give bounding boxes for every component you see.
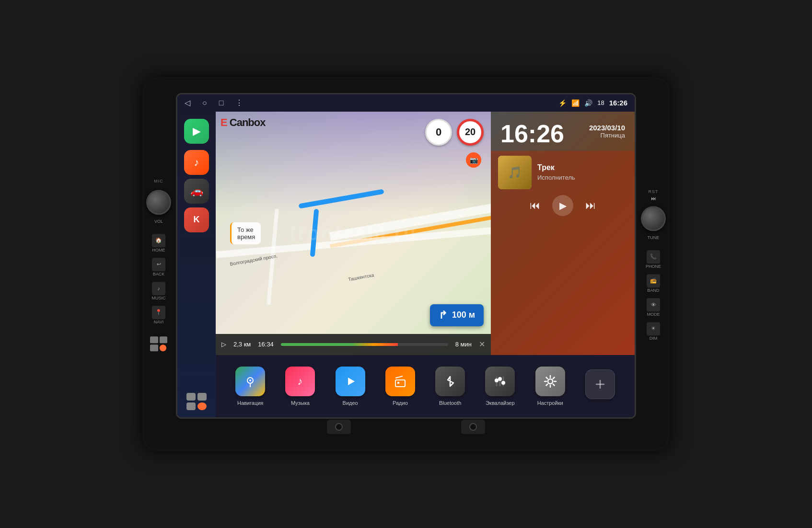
- app-equalizer[interactable]: Эквалайзер: [481, 367, 519, 406]
- settings-app-label: Настройки: [537, 400, 563, 406]
- canbox-logo: E Canbox: [220, 116, 265, 129]
- carplay-app-icon[interactable]: ▶: [184, 119, 209, 144]
- video-app-icon[interactable]: [336, 367, 365, 396]
- svg-text:♪: ♪: [298, 375, 303, 387]
- equalizer-app-label: Эквалайзер: [486, 400, 514, 406]
- svg-marker-3: [348, 378, 355, 385]
- tune-label: TUNE: [648, 236, 660, 241]
- app-bluetooth[interactable]: Bluetooth: [431, 367, 469, 406]
- mode-btn[interactable]: 👁: [647, 298, 660, 311]
- home-btn[interactable]: 🏠: [152, 234, 165, 247]
- add-app-icon[interactable]: [585, 369, 615, 399]
- navigation-app-icon[interactable]: [235, 367, 265, 396]
- prev-track-btn[interactable]: ⏮: [530, 199, 540, 212]
- tune-knob[interactable]: [641, 206, 666, 231]
- music-album-area: 🎵 Трек Исполнитель: [498, 156, 627, 189]
- recents-nav-btn[interactable]: □: [219, 99, 224, 107]
- bluetooth-app-icon[interactable]: [435, 367, 465, 396]
- bluetooth-icon-svg: [443, 374, 457, 389]
- podcast-app-icon[interactable]: ♪: [184, 150, 209, 175]
- clock-date-value: 2023/03/10: [589, 124, 625, 132]
- car-icon[interactable]: 🚗: [184, 179, 209, 204]
- map-close-btn[interactable]: ✕: [479, 340, 485, 349]
- bluetooth-status-icon: ⚡: [558, 99, 567, 107]
- radio-app-label: Радио: [393, 400, 408, 406]
- app-add[interactable]: [581, 369, 619, 403]
- app-settings[interactable]: Настройки: [531, 367, 569, 406]
- map-bottom-bar: ▷ 2,3 км 16:34 8 мин ✕: [216, 334, 491, 355]
- vol-label: VOL: [154, 219, 163, 224]
- svg-point-12: [501, 381, 505, 385]
- svg-point-1: [249, 379, 251, 381]
- home-nav-btn[interactable]: ○: [202, 99, 207, 107]
- app-music[interactable]: ♪ Музыка: [281, 367, 319, 406]
- same-time-banner: То жевремя: [230, 222, 261, 244]
- music-app-label: Музыка: [291, 400, 310, 406]
- map-duration: 8 мин: [455, 341, 472, 348]
- svg-rect-4: [395, 380, 405, 387]
- back-label: BACK: [153, 272, 165, 277]
- back-btn[interactable]: ↩: [152, 258, 165, 271]
- menu-nav-btn[interactable]: ⋮: [235, 98, 243, 107]
- volume-knob[interactable]: [146, 190, 171, 215]
- bluetooth-app-label: Bluetooth: [439, 400, 461, 406]
- settings-app-icon[interactable]: [535, 367, 565, 396]
- map-start-icon: ▷: [221, 341, 226, 348]
- next-track-btn[interactable]: ⏭: [585, 199, 596, 212]
- radio-app-icon[interactable]: [385, 367, 415, 396]
- status-icons-group: ⚡ 📶 🔊 18 16:26: [558, 99, 627, 107]
- play-pause-btn[interactable]: ▶: [552, 195, 573, 216]
- app-radio[interactable]: Радио: [381, 367, 419, 406]
- music-section: 🎵 Трек Исполнитель ⏮ ▶ ⏭: [491, 151, 635, 355]
- add-icon-svg: [593, 377, 607, 391]
- navi-label: NAVI: [154, 320, 163, 325]
- phone-side-label: PHONE: [646, 264, 661, 269]
- band-btn[interactable]: 📻: [647, 274, 660, 287]
- left-sidebar: ▶ ♪ 🚗 K: [177, 112, 216, 417]
- dim-btn[interactable]: ☀: [647, 322, 660, 335]
- same-time-text: То жевремя: [237, 226, 255, 241]
- track-info: Трек Исполнитель: [537, 163, 627, 181]
- video-app-label: Видео: [343, 400, 358, 406]
- kino-app-icon[interactable]: K: [184, 207, 209, 232]
- route-progress-fill: [281, 343, 398, 346]
- route-progress: [281, 343, 448, 346]
- speed-indicators: 0 20: [425, 119, 484, 146]
- camera-map-icon: 📷: [466, 152, 481, 168]
- volume-status-icon: 🔊: [584, 99, 592, 107]
- mount-hole-left: [335, 423, 343, 431]
- car-head-unit: MIC VOL 🏠 HOME ↩ BACK ♪ MUSIC 📍 NAVI RST: [142, 77, 670, 451]
- equalizer-app-icon[interactable]: [485, 367, 515, 396]
- map-distance: 2,3 км: [233, 341, 251, 348]
- navi-btn[interactable]: 📍: [152, 306, 165, 319]
- svg-rect-5: [397, 382, 399, 384]
- phone-side-btn[interactable]: 📞: [647, 250, 660, 264]
- status-time: 16:26: [609, 99, 627, 107]
- svg-point-13: [548, 379, 553, 384]
- left-controls-panel: MIC VOL 🏠 HOME ↩ BACK ♪ MUSIC 📍 NAVI: [146, 176, 171, 351]
- app-navigation[interactable]: Навигация: [231, 367, 269, 406]
- maps-icon-svg: [243, 374, 258, 389]
- clock-section: 16:26 2023/03/10 Пятница: [491, 112, 635, 151]
- back-nav-btn[interactable]: ◁: [185, 98, 190, 107]
- current-speed: 0: [425, 119, 452, 146]
- right-info-panel: 16:26 2023/03/10 Пятница 🎵: [491, 112, 635, 355]
- map-eta: 16:34: [258, 341, 274, 348]
- map-area[interactable]: frontcam.ru E Canbox 0 20 📷: [216, 112, 491, 355]
- rst-label: RST: [649, 189, 659, 194]
- clock-date-group: 2023/03/10 Пятница: [589, 121, 625, 139]
- volume-level: 18: [597, 99, 604, 106]
- radio-icon-svg: [393, 374, 407, 389]
- album-art: 🎵: [498, 156, 532, 189]
- navigation-app-label: Навигация: [237, 400, 263, 406]
- equalizer-icon-svg: [493, 374, 507, 389]
- mount-hole-right: [469, 423, 477, 431]
- app-video[interactable]: Видео: [331, 367, 370, 406]
- clock-day: Пятница: [589, 132, 625, 139]
- music-btn[interactable]: ♪: [152, 282, 165, 295]
- music-app-icon[interactable]: ♪: [285, 367, 315, 396]
- mode-label: MODE: [647, 312, 660, 317]
- grid-apps-icon[interactable]: [186, 393, 207, 410]
- speed-limit: 20: [457, 119, 484, 146]
- mounting-bar: [176, 419, 636, 436]
